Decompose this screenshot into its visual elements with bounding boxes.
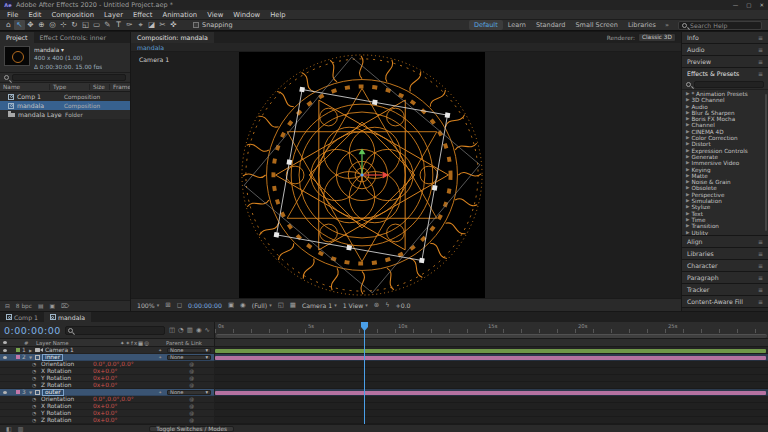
pen-tool[interactable]: ✎ (102, 20, 113, 30)
effects-search-input[interactable] (694, 81, 764, 88)
region-of-interest-icon[interactable]: ◱ (278, 301, 284, 309)
timeline-tab[interactable]: Comp 1 (0, 312, 44, 322)
number-column-header[interactable]: # (24, 340, 36, 346)
layer-name[interactable]: outer (42, 389, 64, 396)
selection-tool[interactable]: ↖ (14, 20, 25, 30)
property-value[interactable]: 0x+0.0° (93, 417, 117, 423)
fast-previews-icon[interactable]: ϟ (385, 301, 389, 309)
selected-item-name[interactable]: mandala ▾ (34, 46, 102, 54)
effects-search[interactable] (682, 79, 768, 90)
view-layout-dropdown[interactable]: 1 View▾ (343, 302, 368, 309)
pick-whip-icon[interactable]: @ (189, 404, 194, 409)
renderer-control[interactable]: Renderer: Classic 3D (607, 32, 681, 43)
mask-visibility-icon[interactable]: ◻ (177, 301, 182, 309)
collapsed-panel-header[interactable]: Libraries ≡ (682, 248, 768, 259)
current-time-display[interactable]: 0:00:00:00 (188, 302, 222, 309)
layer-name[interactable]: inner (42, 354, 63, 361)
menu-item[interactable]: Help (265, 11, 291, 19)
parent-link-dropdown[interactable]: None▾ (167, 348, 211, 353)
property-row[interactable]: ◔X Rotation0x+0.0°@ (0, 403, 768, 410)
panel-menu-icon[interactable]: ≡ (758, 34, 763, 41)
snapshot-icon[interactable]: ▣ (228, 301, 234, 309)
collapsed-panel-header[interactable]: Content-Aware Fill ≡ (682, 296, 768, 307)
roto-brush-tool[interactable]: ✂ (157, 20, 168, 30)
pixel-aspect-icon[interactable]: ⊜ (374, 301, 379, 309)
panel-menu-icon[interactable]: ≡ (758, 298, 763, 305)
toggle-switches-modes-button[interactable]: Toggle Switches / Modes (149, 426, 234, 432)
property-value[interactable]: 0x+0.0° (93, 375, 117, 381)
collapsed-panel-header[interactable]: Preview ≡ (682, 56, 768, 67)
pick-whip-icon[interactable]: @ (189, 376, 194, 381)
help-search[interactable]: Search Help (678, 21, 762, 30)
property-value[interactable]: 0x+0.0° (93, 368, 117, 374)
close-button[interactable]: ✕ (759, 2, 764, 8)
clone-stamp-tool[interactable]: ⌖ (135, 20, 146, 30)
property-row[interactable]: ◔X Rotation0x+0.0°@ (0, 368, 768, 375)
delete-item-icon[interactable]: ⌦ (61, 303, 69, 309)
effects-presets-header[interactable]: Effects & Presets ≡ (682, 68, 768, 79)
stopwatch-icon[interactable]: ◔ (32, 397, 41, 402)
composition-viewport[interactable]: Camera 1 (131, 52, 681, 298)
layer-switches[interactable]: ✦ (158, 355, 163, 360)
work-area-bar[interactable] (216, 334, 767, 338)
expand-inout-pane-icon[interactable]: ▥ (18, 425, 24, 432)
property-row[interactable]: ◔Z Rotation0x+0.0°@ (0, 382, 768, 389)
orbit-camera-tool[interactable]: ◎ (47, 20, 58, 30)
panel-tab[interactable]: Project (0, 32, 34, 43)
resolution-dropdown[interactable]: (Full)▾ (252, 302, 272, 309)
workspace-tab[interactable]: Small Screen (570, 20, 622, 30)
playhead[interactable] (364, 322, 365, 424)
pick-whip-icon[interactable]: @ (189, 369, 194, 374)
property-value[interactable]: 0.0°,0.0°,0.0° (93, 396, 134, 402)
expand-layer-pane-icon[interactable]: ◧ (6, 425, 12, 432)
puppet-pin-tool[interactable]: ✜ (168, 20, 179, 30)
panel-menu-icon[interactable]: ≡ (758, 286, 763, 293)
menu-item[interactable]: Animation (158, 11, 203, 19)
type-tool[interactable]: T (113, 20, 124, 30)
project-item-row[interactable]: Comp 1 Composition (0, 92, 130, 101)
switches-column-header[interactable]: ✦✶fx▦◎ (120, 340, 166, 346)
parent-link-dropdown[interactable]: None▾ (167, 355, 211, 360)
twirl-icon[interactable]: ▶ (686, 230, 689, 235)
layer-name-column-header[interactable]: Layer Name (36, 340, 120, 346)
property-row[interactable]: ◔Orientation0.0°,0.0°,0.0°@ (0, 396, 768, 403)
menu-item[interactable]: Edit (23, 11, 46, 19)
help-search-input[interactable]: Search Help (690, 22, 727, 29)
workspace-overflow-button[interactable]: » (661, 21, 673, 29)
property-row[interactable]: ◔Y Rotation0x+0.0°@ (0, 410, 768, 417)
brush-tool[interactable]: ✑ (124, 20, 135, 30)
stopwatch-icon[interactable]: ◔ (32, 362, 41, 367)
composition-mini-flowchart-icon[interactable]: ◫ (169, 326, 175, 334)
maximize-button[interactable]: ▢ (746, 2, 751, 8)
panel-menu-icon[interactable]: ≡ (758, 274, 763, 281)
stopwatch-icon[interactable]: ◔ (32, 376, 41, 381)
stopwatch-icon[interactable]: ◔ (32, 404, 41, 409)
project-bit-depth[interactable]: 8 bpc (16, 303, 32, 309)
interpret-footage-icon[interactable]: ⊟ (5, 303, 10, 309)
minimize-button[interactable]: — (733, 2, 739, 8)
property-row[interactable]: ◔Y Rotation0x+0.0°@ (0, 375, 768, 382)
exposure-value[interactable]: +0.0 (396, 302, 411, 309)
breadcrumb[interactable]: mandala (137, 44, 164, 51)
menu-item[interactable]: Effect (128, 11, 158, 19)
menu-item[interactable]: Window (228, 11, 265, 19)
snapping-toggle[interactable]: Snapping (193, 21, 233, 29)
collapsed-panel-header[interactable]: Tracker ≡ (682, 284, 768, 295)
effects-category[interactable]: ▶ Utility (682, 230, 768, 235)
pan-behind-tool[interactable]: ◱ (80, 20, 91, 30)
pan-camera-tool[interactable]: ⊹ (58, 20, 69, 30)
video-switch-icon[interactable] (3, 391, 7, 394)
show-channel-icon[interactable]: ◉ (240, 301, 246, 309)
eraser-tool[interactable]: ◪ (146, 20, 157, 30)
column-header[interactable]: Name (0, 84, 50, 90)
grid-guides-icon[interactable]: ⊞ (165, 301, 170, 309)
pick-whip-icon[interactable]: @ (189, 397, 194, 402)
layer-switches[interactable]: ✦ (158, 348, 163, 353)
transparency-grid-icon[interactable]: ▦ (290, 301, 296, 309)
property-row[interactable]: ◔Z Rotation0x+0.0°@ (0, 417, 768, 424)
stopwatch-icon[interactable]: ◔ (32, 411, 41, 416)
workspace-tab[interactable]: Standard (531, 20, 571, 30)
timeline-tab[interactable]: mandala (44, 312, 91, 322)
rotation-tool[interactable]: ↻ (69, 20, 80, 30)
collapsed-panel-header[interactable]: Align ≡ (682, 236, 768, 247)
